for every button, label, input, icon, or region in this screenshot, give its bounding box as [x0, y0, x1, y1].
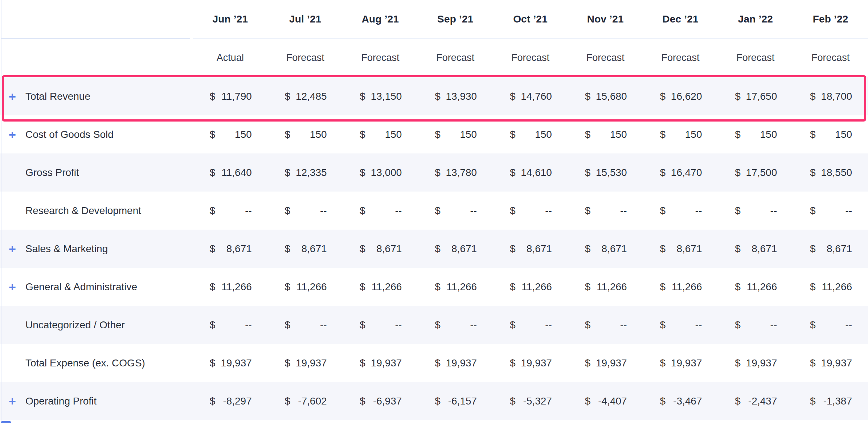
- currency-symbol: $: [660, 243, 666, 255]
- value-cell[interactable]: $19,937: [268, 344, 343, 382]
- value-cell[interactable]: $-3,467: [643, 382, 718, 420]
- expand-row-button[interactable]: +: [9, 243, 16, 255]
- value-cell[interactable]: $11,266: [793, 268, 868, 306]
- value-cell[interactable]: $--: [718, 192, 793, 230]
- value-cell[interactable]: $13,000: [343, 153, 418, 192]
- value-cell[interactable]: $8,671: [793, 230, 868, 268]
- value-cell[interactable]: $16,470: [643, 153, 718, 192]
- value-cell[interactable]: $11,266: [643, 268, 718, 306]
- value-cell[interactable]: $150: [793, 115, 868, 153]
- value-cell[interactable]: $13,780: [418, 153, 493, 192]
- value-cell[interactable]: $-5,327: [493, 382, 568, 420]
- value-cell[interactable]: $--: [268, 192, 343, 230]
- value-cell[interactable]: $--: [418, 192, 493, 230]
- value-cell[interactable]: $11,640: [193, 153, 268, 192]
- value-cell[interactable]: $11,266: [568, 268, 643, 306]
- value-cell[interactable]: $-2,437: [718, 382, 793, 420]
- table-row: +Cost of Goods Sold$150$150$150$150$150$…: [0, 115, 868, 153]
- value-cell[interactable]: $19,937: [718, 344, 793, 382]
- currency-symbol: $: [810, 129, 816, 140]
- expand-row-button[interactable]: +: [9, 90, 16, 103]
- value-cell[interactable]: $11,790: [193, 77, 268, 115]
- amount: --: [695, 319, 702, 331]
- value-cell[interactable]: $150: [193, 115, 268, 153]
- value-cell[interactable]: $--: [418, 306, 493, 344]
- value-cell[interactable]: $11,266: [718, 268, 793, 306]
- value-cell[interactable]: $11,266: [493, 268, 568, 306]
- value-cell[interactable]: $--: [718, 306, 793, 344]
- expand-row-button[interactable]: +: [9, 395, 16, 407]
- value-cell[interactable]: $--: [343, 192, 418, 230]
- value-cell[interactable]: $11,266: [268, 268, 343, 306]
- amount: --: [395, 319, 402, 331]
- value-cell[interactable]: $--: [568, 192, 643, 230]
- value-cell[interactable]: $150: [718, 115, 793, 153]
- value-cell[interactable]: $-6,937: [343, 382, 418, 420]
- value-cell[interactable]: $--: [193, 192, 268, 230]
- value-cell[interactable]: $-6,157: [418, 382, 493, 420]
- value-cell[interactable]: $12,335: [268, 153, 343, 192]
- value-cell[interactable]: $--: [493, 306, 568, 344]
- value-cell[interactable]: $17,500: [718, 153, 793, 192]
- month-header: Sep ’21: [418, 0, 493, 38]
- value-cell[interactable]: $19,937: [343, 344, 418, 382]
- value-cell[interactable]: $150: [418, 115, 493, 153]
- amount: --: [770, 319, 777, 331]
- value-cell[interactable]: $14,760: [493, 77, 568, 115]
- expand-row-button[interactable]: +: [9, 128, 16, 141]
- value-cell[interactable]: $19,937: [193, 344, 268, 382]
- value-cell[interactable]: $11,266: [193, 268, 268, 306]
- value-cell[interactable]: $8,671: [268, 230, 343, 268]
- value-cell[interactable]: $13,930: [418, 77, 493, 115]
- value-cell[interactable]: $--: [343, 306, 418, 344]
- value-cell[interactable]: $--: [268, 306, 343, 344]
- value-cell[interactable]: $16,620: [643, 77, 718, 115]
- value-cell[interactable]: $8,671: [568, 230, 643, 268]
- value-cell[interactable]: $15,680: [568, 77, 643, 115]
- value-cell[interactable]: $150: [568, 115, 643, 153]
- amount: 19,937: [446, 357, 477, 369]
- expand-slot: +: [9, 395, 25, 407]
- value-cell[interactable]: $-8,297: [193, 382, 268, 420]
- value-cell[interactable]: $19,937: [793, 344, 868, 382]
- value-cell[interactable]: $18,550: [793, 153, 868, 192]
- value-cell[interactable]: $8,671: [418, 230, 493, 268]
- value-cell[interactable]: $150: [268, 115, 343, 153]
- value-cell[interactable]: $--: [643, 306, 718, 344]
- value-cell[interactable]: $12,485: [268, 77, 343, 115]
- value-cell[interactable]: $-7,602: [268, 382, 343, 420]
- value-cell[interactable]: $8,671: [493, 230, 568, 268]
- value-cell[interactable]: $19,937: [418, 344, 493, 382]
- value-cell[interactable]: $--: [793, 192, 868, 230]
- value-cell[interactable]: $15,530: [568, 153, 643, 192]
- value-cell[interactable]: $19,937: [568, 344, 643, 382]
- value-cell[interactable]: $19,937: [493, 344, 568, 382]
- value-cell[interactable]: $8,671: [193, 230, 268, 268]
- value-cell[interactable]: $8,671: [343, 230, 418, 268]
- value-cell[interactable]: $18,700: [793, 77, 868, 115]
- value-cell[interactable]: $--: [193, 306, 268, 344]
- value-cell[interactable]: $150: [493, 115, 568, 153]
- value-cell[interactable]: $150: [643, 115, 718, 153]
- money-value: $-2,437: [735, 395, 777, 407]
- value-cell[interactable]: $--: [643, 192, 718, 230]
- money-value: $150: [285, 129, 327, 140]
- value-cell[interactable]: $8,671: [718, 230, 793, 268]
- value-cell[interactable]: $11,266: [418, 268, 493, 306]
- value-cell[interactable]: $11,266: [343, 268, 418, 306]
- value-cell[interactable]: $-1,387: [793, 382, 868, 420]
- value-cell[interactable]: $150: [343, 115, 418, 153]
- value-cell[interactable]: $8,671: [643, 230, 718, 268]
- value-cell[interactable]: $--: [568, 306, 643, 344]
- value-cell[interactable]: $--: [793, 306, 868, 344]
- expand-row-button[interactable]: +: [9, 281, 16, 293]
- amount: -6,157: [448, 395, 477, 407]
- amount: -2,437: [748, 395, 777, 407]
- currency-symbol: $: [210, 395, 216, 407]
- value-cell[interactable]: $14,610: [493, 153, 568, 192]
- value-cell[interactable]: $-4,407: [568, 382, 643, 420]
- value-cell[interactable]: $--: [493, 192, 568, 230]
- value-cell[interactable]: $17,650: [718, 77, 793, 115]
- value-cell[interactable]: $13,150: [343, 77, 418, 115]
- value-cell[interactable]: $19,937: [643, 344, 718, 382]
